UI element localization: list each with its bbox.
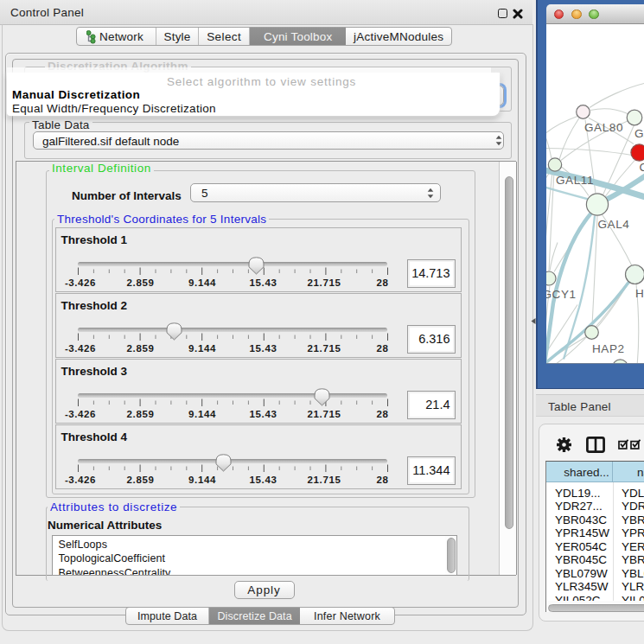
svg-text:HAP2: HAP2	[592, 342, 625, 355]
svg-text:GAL11: GAL11	[556, 174, 594, 187]
svg-text:CYC: CYC	[640, 161, 644, 174]
svg-text:HS: HS	[635, 286, 644, 299]
svg-text:GAL2: GAL2	[634, 127, 644, 140]
svg-text:GCY1: GCY1	[546, 287, 577, 300]
svg-text:GAL80: GAL80	[584, 120, 623, 133]
svg-text:GAL4: GAL4	[598, 217, 630, 230]
